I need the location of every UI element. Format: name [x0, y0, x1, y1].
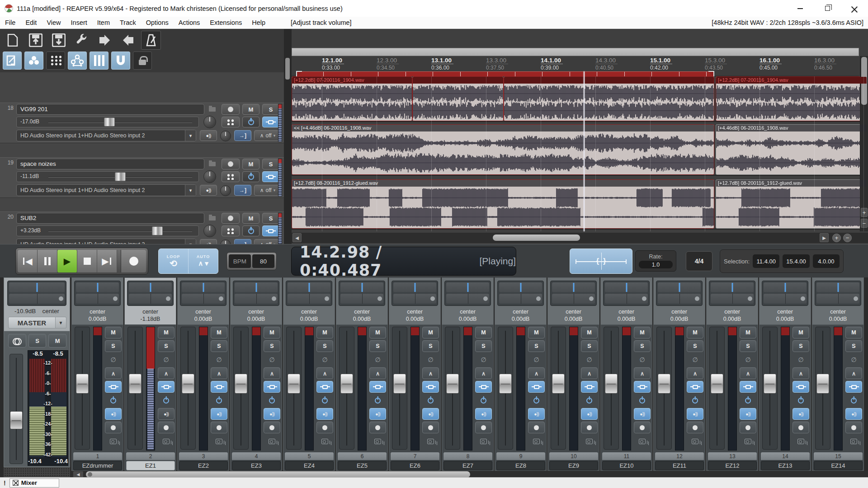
- envelope-button[interactable]: ∧: [740, 367, 756, 379]
- solo-button[interactable]: S: [262, 213, 279, 224]
- repeat-toggle-button[interactable]: LOOP ⟲: [159, 249, 189, 273]
- mixer-strip[interactable]: center 0.00dB M S ∅ ∧ ●)) 15 EZ14: [812, 277, 864, 471]
- strip-number[interactable]: 12: [655, 452, 704, 460]
- pan-slider[interactable]: [127, 281, 174, 306]
- go-to-end-button[interactable]: ▶: [97, 250, 117, 272]
- master-menu-caret[interactable]: ▼: [56, 317, 66, 328]
- menu-options[interactable]: Options: [141, 18, 174, 28]
- mixer-strip[interactable]: center 0.00dB M S ∅ ∧ ●)) 11 EZ10: [600, 277, 652, 471]
- solo-button[interactable]: S: [845, 340, 862, 352]
- routing-button[interactable]: [316, 381, 333, 393]
- mute-button[interactable]: M: [158, 327, 175, 338]
- mute-button[interactable]: M: [105, 327, 122, 338]
- record-button[interactable]: [121, 250, 146, 272]
- strip-name[interactable]: EZ4: [285, 461, 334, 470]
- phase-button[interactable]: ∅: [105, 354, 122, 366]
- strip-name[interactable]: EZ3: [232, 461, 281, 470]
- input-monitor-icon[interactable]: ●)): [200, 185, 217, 196]
- monitor-button[interactable]: ●)): [793, 408, 809, 420]
- pan-slider[interactable]: [603, 281, 650, 306]
- monitor-button[interactable]: ●)): [740, 408, 756, 420]
- selection-length[interactable]: 4.0.00: [813, 254, 840, 268]
- fx-enable-button[interactable]: [105, 394, 122, 406]
- strip-number[interactable]: 1: [73, 452, 122, 460]
- envelope-button[interactable]: ∧: [158, 367, 175, 379]
- solo-button[interactable]: S: [158, 340, 175, 352]
- fx-enable-button[interactable]: [242, 225, 259, 236]
- fx-enable-button[interactable]: [316, 394, 333, 406]
- routing-button[interactable]: →]: [234, 130, 251, 141]
- volume-fader[interactable]: [709, 327, 725, 450]
- routing-button[interactable]: [369, 381, 386, 393]
- record-arm-button[interactable]: [264, 422, 280, 433]
- redo-button[interactable]: [118, 31, 138, 50]
- mixer-strip[interactable]: center 0.00dB M S ∅ ∧ ●)) 4 EZ3: [230, 277, 282, 471]
- volume-fader[interactable]: -11.1dB: [16, 171, 199, 182]
- strip-number[interactable]: 8: [443, 452, 492, 460]
- monitor-button[interactable]: ●)): [528, 408, 545, 420]
- phase-button[interactable]: ∅: [687, 354, 703, 366]
- routing-button[interactable]: [687, 381, 703, 393]
- envelope-button[interactable]: ∧: [793, 367, 809, 379]
- solo-button[interactable]: S: [211, 340, 227, 352]
- horizontal-zoom-in-button[interactable]: +: [832, 234, 841, 242]
- monitor-button[interactable]: ●)): [634, 408, 651, 420]
- routing-button[interactable]: [158, 381, 175, 393]
- menu-track[interactable]: Track: [115, 18, 141, 28]
- maximize-button[interactable]: [814, 0, 841, 17]
- strip-name[interactable]: EZ9: [549, 461, 598, 470]
- record-arm-button[interactable]: [528, 422, 545, 433]
- record-arm-button[interactable]: [105, 422, 122, 433]
- menu-view[interactable]: View: [42, 18, 66, 28]
- pan-slider[interactable]: [233, 281, 279, 306]
- fx-slot-button[interactable]: [528, 435, 545, 448]
- phase-button[interactable]: ∅: [793, 354, 809, 366]
- monitor-button[interactable]: [262, 117, 279, 127]
- input-selector[interactable]: HD Audio Stereo input 1+HD Audio Stereo …: [16, 130, 196, 141]
- mute-button[interactable]: M: [242, 104, 259, 115]
- strip-number[interactable]: 13: [708, 452, 757, 460]
- fx-slot-button[interactable]: [687, 435, 703, 448]
- strip-number[interactable]: 7: [391, 452, 439, 460]
- volume-fader[interactable]: [498, 327, 513, 450]
- strip-name[interactable]: EZ14: [814, 461, 863, 470]
- media-item[interactable]: [+12.7dB] 08-200116_1912-glued.wav: [292, 179, 714, 229]
- pan-slider[interactable]: [656, 281, 703, 306]
- envelope-button[interactable]: ∧: [634, 367, 651, 379]
- solo-button[interactable]: S: [528, 340, 545, 352]
- routing-button[interactable]: [211, 381, 227, 393]
- master-mute-button[interactable]: M: [48, 334, 66, 347]
- routing-button[interactable]: [740, 381, 756, 393]
- phase-button[interactable]: ∅: [528, 354, 545, 366]
- mute-button[interactable]: M: [264, 327, 280, 338]
- strip-name[interactable]: EZ2: [179, 461, 228, 470]
- ripple-edit-button[interactable]: [90, 52, 108, 70]
- volume-fader[interactable]: [339, 327, 354, 450]
- monitor-button[interactable]: ●)): [211, 408, 227, 420]
- strip-name[interactable]: EZ11: [655, 461, 704, 470]
- fx-enable-button[interactable]: [264, 394, 280, 406]
- fader-handle[interactable]: [658, 374, 670, 394]
- volume-fader[interactable]: [127, 327, 143, 450]
- strip-name[interactable]: EZ5: [338, 461, 387, 470]
- volume-fader[interactable]: [445, 327, 460, 450]
- mute-button[interactable]: M: [634, 327, 651, 338]
- solo-button[interactable]: S: [262, 159, 279, 169]
- strip-number[interactable]: 4: [232, 452, 281, 460]
- scroll-right-button[interactable]: ▶: [820, 233, 829, 242]
- volume-fader[interactable]: [762, 327, 778, 450]
- volume-fader[interactable]: +3.23dB: [16, 225, 199, 236]
- pan-slider[interactable]: [497, 281, 544, 306]
- mute-button[interactable]: M: [581, 327, 598, 338]
- strip-name[interactable]: EZ12: [708, 461, 757, 470]
- tcp-scrollbar-thumb[interactable]: [285, 58, 290, 80]
- record-arm-button[interactable]: [369, 422, 386, 433]
- fader-handle[interactable]: [235, 374, 247, 394]
- fader-handle[interactable]: [816, 374, 829, 394]
- strip-number[interactable]: 2: [126, 452, 175, 460]
- strip-number[interactable]: 3: [179, 452, 228, 460]
- mute-button[interactable]: M: [793, 327, 809, 338]
- solo-button[interactable]: S: [369, 340, 386, 352]
- fader-handle[interactable]: [76, 374, 89, 394]
- master-pan-slider[interactable]: [7, 281, 66, 306]
